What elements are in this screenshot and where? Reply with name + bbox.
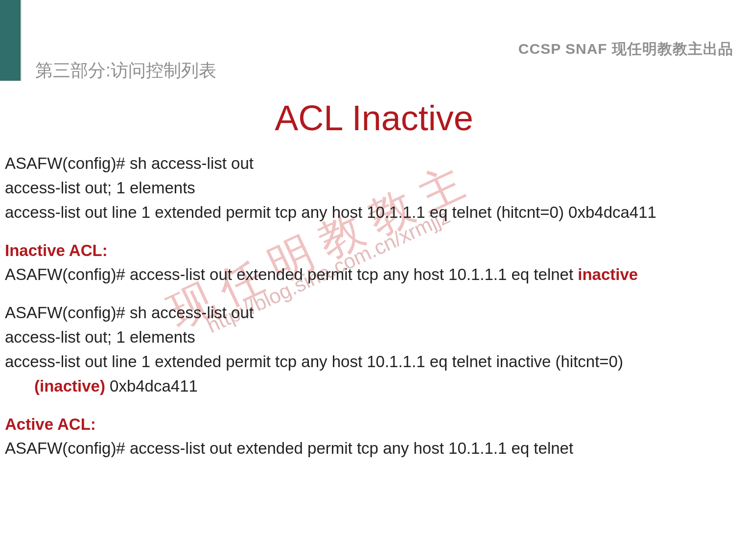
cli-line: ASAFW(config)# sh access-list out (5, 301, 743, 325)
cli-line: (inactive) 0xb4dca411 (5, 374, 743, 398)
cli-line: ASAFW(config)# access-list out extended … (5, 437, 743, 460)
day-label: 第二天 (35, 37, 88, 61)
brand-label: CCSP SNAF 现任明教教主出品 (518, 39, 733, 59)
keyword-inactive: inactive (578, 265, 638, 283)
section-label: 第三部分:访问控制列表 (35, 59, 216, 83)
cli-line: ASAFW(config)# sh access-list out (5, 152, 743, 175)
cli-text: 0xb4dca411 (105, 377, 198, 395)
slide-title: ACL Inactive (0, 98, 748, 138)
inactive-acl-label: Inactive ACL: (5, 241, 108, 259)
slide-body: ASAFW(config)# sh access-list out access… (5, 152, 743, 461)
cli-line: access-list out line 1 extended permit t… (5, 201, 743, 224)
cli-line: access-list out; 1 elements (5, 326, 743, 349)
header-accent-block (0, 0, 21, 81)
cli-line: access-list out line 1 extended permit t… (5, 350, 743, 373)
cli-line: ASAFW(config)# access-list out extended … (5, 263, 743, 286)
cli-line: access-list out; 1 elements (5, 176, 743, 200)
active-acl-label: Active ACL: (5, 415, 96, 433)
header-divider (21, 0, 22, 81)
keyword-inactive-paren: (inactive) (34, 377, 105, 395)
slide: 第二天 第三部分:访问控制列表 CCSP SNAF 现任明教教主出品 ACL I… (0, 0, 748, 560)
cli-text: ASAFW(config)# access-list out extended … (5, 265, 578, 283)
